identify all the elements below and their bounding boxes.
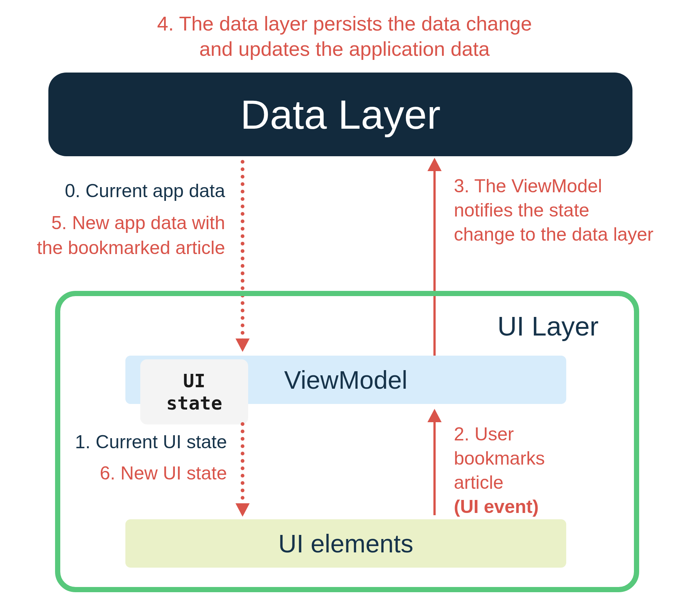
step-2-line-1: 2. User xyxy=(454,424,514,445)
step-5-annotation: 5. New app data with the bookmarked arti… xyxy=(32,211,225,261)
ui-state-chip: UI state xyxy=(140,359,248,424)
step-6-annotation: 6. New UI state xyxy=(67,461,227,486)
data-layer-label: Data Layer xyxy=(240,91,440,138)
arrow-elements-to-viewmodel xyxy=(433,411,436,515)
step-1-annotation: 1. Current UI state xyxy=(67,430,227,455)
ui-elements-label: UI elements xyxy=(278,529,413,558)
step-2-annotation: 2. User bookmarks article (UI event) xyxy=(454,422,610,519)
step-4-annotation: 4. The data layer persists the data chan… xyxy=(0,11,689,61)
viewmodel-label: ViewModel xyxy=(284,365,407,394)
ui-elements-box: UI elements xyxy=(125,519,566,568)
step-0-annotation: 0. Current app data xyxy=(32,179,225,204)
ui-layer-label: UI Layer xyxy=(497,311,599,341)
step-2-line-4: (UI event) xyxy=(454,496,539,517)
step-2-line-2: bookmarks xyxy=(454,448,545,469)
step-4-line-1: 4. The data layer persists the data chan… xyxy=(157,12,532,35)
step-3-annotation: 3. The ViewModel notifies the state chan… xyxy=(454,174,655,247)
step-2-line-3: article xyxy=(454,472,503,493)
arrow-viewmodel-to-elements xyxy=(241,422,244,514)
low-left-annotations: 1. Current UI state 6. New UI state xyxy=(67,430,227,486)
ui-state-label: UI state xyxy=(166,370,222,414)
mid-left-annotations: 0. Current app data 5. New app data with… xyxy=(32,179,225,261)
data-layer-box: Data Layer xyxy=(48,73,632,156)
step-4-line-2: and updates the application data xyxy=(199,38,490,60)
diagram-stage: 4. The data layer persists the data chan… xyxy=(0,0,689,616)
